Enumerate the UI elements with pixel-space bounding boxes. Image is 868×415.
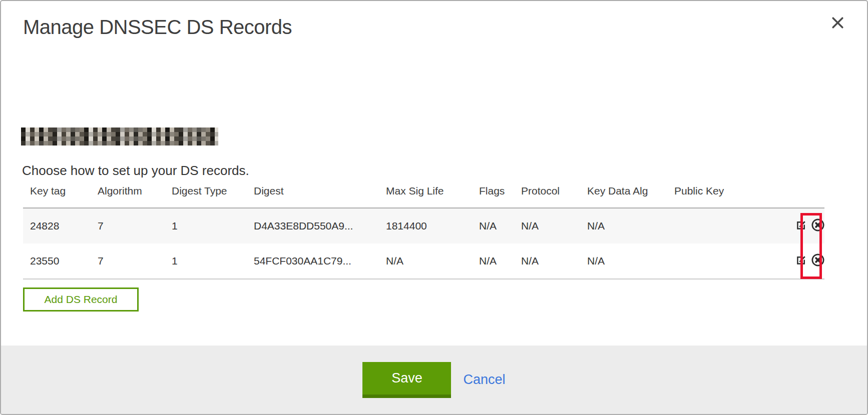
page-title: Manage DNSSEC DS Records (23, 16, 292, 38)
cell-key-tag: 23550 (23, 244, 91, 279)
cell-key-data-alg: N/A (580, 208, 667, 244)
cell-digest: D4A33E8DD550A9... (247, 208, 379, 244)
cell-flags: N/A (472, 244, 514, 279)
dialog-footer: Save Cancel (1, 346, 867, 414)
cell-actions (782, 208, 824, 244)
cell-digest: 54FCF030AA1C79... (247, 244, 379, 279)
delete-record-button[interactable] (811, 254, 824, 266)
cell-flags: N/A (472, 208, 514, 244)
edit-pencil-icon (795, 254, 807, 266)
cell-algorithm: 7 (91, 244, 165, 279)
cell-public-key (667, 208, 782, 244)
close-button[interactable] (829, 14, 845, 30)
redacted-domain-name (21, 128, 218, 146)
table-row: 23550 7 1 54FCF030AA1C79... N/A N/A N/A … (23, 244, 824, 279)
column-header-max-sig-life: Max Sig Life (379, 185, 472, 208)
cell-algorithm: 7 (91, 208, 165, 244)
cell-digest-type: 1 (165, 244, 247, 279)
table-row: 24828 7 1 D4A33E8DD550A9... 1814400 N/A … (23, 208, 824, 244)
column-header-public-key: Public Key (667, 185, 782, 208)
table-header-row: Key tag Algorithm Digest Type Digest Max… (23, 185, 824, 208)
column-header-protocol: Protocol (514, 185, 580, 208)
close-x-icon (830, 16, 845, 30)
cell-key-tag: 24828 (23, 208, 91, 244)
circle-x-delete-icon (811, 254, 824, 266)
column-header-digest-type: Digest Type (165, 185, 247, 208)
edit-record-button[interactable] (795, 254, 807, 266)
cell-max-sig-life: N/A (379, 244, 472, 279)
cell-key-data-alg: N/A (580, 244, 667, 279)
column-header-actions (782, 185, 824, 208)
cell-digest-type: 1 (165, 208, 247, 244)
column-header-key-tag: Key tag (23, 185, 91, 208)
manage-dnssec-dialog: Manage DNSSEC DS Records Choose how to s… (0, 0, 868, 415)
ds-records-table: Key tag Algorithm Digest Type Digest Max… (23, 185, 824, 280)
column-header-algorithm: Algorithm (91, 185, 165, 208)
column-header-digest: Digest (247, 185, 379, 208)
cell-protocol: N/A (514, 208, 580, 244)
edit-record-button[interactable] (795, 220, 807, 231)
cancel-link[interactable]: Cancel (463, 372, 505, 388)
add-ds-record-button[interactable]: Add DS Record (23, 288, 139, 312)
edit-pencil-icon (795, 220, 807, 231)
cell-max-sig-life: 1814400 (379, 208, 472, 244)
instruction-text: Choose how to set up your DS records. (22, 163, 249, 178)
column-header-flags: Flags (472, 185, 514, 208)
save-button[interactable]: Save (362, 362, 451, 398)
delete-record-button[interactable] (811, 218, 824, 232)
cell-public-key (667, 244, 782, 279)
column-header-key-data-alg: Key Data Alg (580, 185, 667, 208)
cell-actions (782, 244, 824, 279)
circle-x-delete-icon (811, 218, 824, 232)
cell-protocol: N/A (514, 244, 580, 279)
ds-records-table-container: Key tag Algorithm Digest Type Digest Max… (23, 185, 824, 280)
